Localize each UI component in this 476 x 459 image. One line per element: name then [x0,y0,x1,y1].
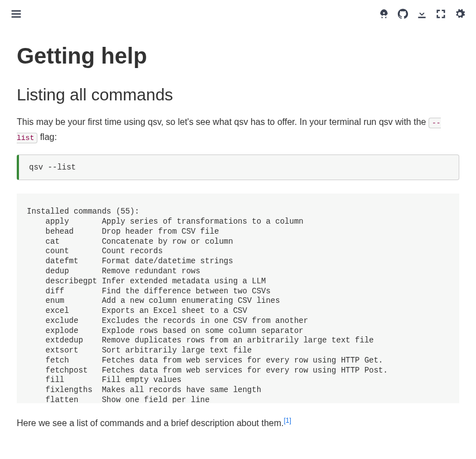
outro-paragraph: Here we see a list of commands and a bri… [17,414,459,431]
command-block: qsv --list [17,154,459,180]
outro-text: Here we see a list of commands and a bri… [17,419,283,428]
intro-paragraph: This may be your first time using qsv, s… [17,114,459,144]
footnote-link[interactable]: [1] [283,417,291,424]
output-text: Installed commands (55): apply Apply ser… [17,194,459,403]
intro-text-before: This may be your first time using qsv, s… [17,117,429,127]
section-heading: Listing all commands [17,85,459,104]
fullscreen-icon[interactable] [435,8,447,20]
topbar [0,0,476,28]
topbar-right [378,8,466,20]
rocket-icon[interactable] [378,8,390,20]
svg-rect-2 [12,16,21,17]
download-icon[interactable] [416,8,428,20]
svg-rect-1 [12,13,21,15]
gear-icon[interactable] [454,8,466,20]
main-content: Getting help Listing all commands This m… [0,44,476,455]
intro-text-after: flag: [37,132,57,142]
menu-icon[interactable] [10,8,22,20]
github-icon[interactable] [397,8,409,20]
topbar-left [10,8,22,20]
svg-rect-0 [12,10,21,12]
output-block[interactable]: Installed commands (55): apply Apply ser… [17,194,459,403]
page-title: Getting help [17,44,459,69]
